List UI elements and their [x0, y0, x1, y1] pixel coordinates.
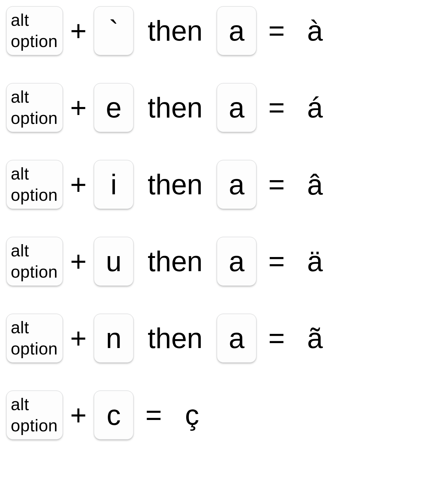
plus-separator: +: [63, 160, 94, 209]
modifier-key: `: [94, 6, 134, 55]
equals-separator: =: [134, 390, 174, 440]
shortcut-row: alt option + u then a = ä: [6, 237, 442, 286]
equals-separator: =: [257, 83, 297, 132]
modifier-key: e: [94, 83, 134, 132]
letter-key: a: [217, 160, 257, 209]
key-label-option: option: [11, 261, 58, 283]
equals-separator: =: [257, 314, 297, 363]
key-label-option: option: [11, 31, 58, 52]
result-char: à: [297, 6, 333, 55]
then-separator: then: [134, 6, 217, 55]
key-label-alt: alt: [11, 394, 29, 415]
key-label-alt: alt: [11, 317, 29, 338]
shortcut-row: alt option + e then a = á: [6, 83, 442, 132]
plus-separator: +: [63, 314, 94, 363]
letter-key: a: [217, 314, 257, 363]
key-label-alt: alt: [11, 240, 29, 261]
result-char: ç: [174, 390, 210, 440]
result-char: ã: [297, 314, 333, 363]
option-key: alt option: [6, 237, 63, 286]
then-separator: then: [134, 314, 217, 363]
modifier-key: c: [94, 390, 134, 440]
option-key: alt option: [6, 6, 63, 55]
plus-separator: +: [63, 83, 94, 132]
result-char: á: [297, 83, 333, 132]
then-separator: then: [134, 160, 217, 209]
plus-separator: +: [63, 390, 94, 440]
modifier-key: u: [94, 237, 134, 286]
option-key: alt option: [6, 390, 63, 440]
result-char: ä: [297, 237, 333, 286]
letter-key: a: [217, 83, 257, 132]
key-label-option: option: [11, 108, 58, 129]
shortcut-row: alt option + c = ç: [6, 390, 442, 440]
key-label-alt: alt: [11, 86, 29, 108]
shortcut-row: alt option + ` then a = à: [6, 6, 442, 55]
key-label-option: option: [11, 184, 58, 206]
equals-separator: =: [257, 237, 297, 286]
plus-separator: +: [63, 6, 94, 55]
option-key: alt option: [6, 83, 63, 132]
letter-key: a: [217, 6, 257, 55]
then-separator: then: [134, 237, 217, 286]
plus-separator: +: [63, 237, 94, 286]
shortcut-list: alt option + ` then a = à alt option + e…: [6, 6, 442, 440]
key-label-alt: alt: [11, 163, 29, 184]
equals-separator: =: [257, 160, 297, 209]
shortcut-row: alt option + i then a = â: [6, 160, 442, 209]
key-label-alt: alt: [11, 10, 29, 31]
shortcut-row: alt option + n then a = ã: [6, 314, 442, 363]
option-key: alt option: [6, 314, 63, 363]
equals-separator: =: [257, 6, 297, 55]
option-key: alt option: [6, 160, 63, 209]
result-char: â: [297, 160, 333, 209]
letter-key: a: [217, 237, 257, 286]
modifier-key: n: [94, 314, 134, 363]
then-separator: then: [134, 83, 217, 132]
key-label-option: option: [11, 338, 58, 359]
key-label-option: option: [11, 415, 58, 436]
modifier-key: i: [94, 160, 134, 209]
